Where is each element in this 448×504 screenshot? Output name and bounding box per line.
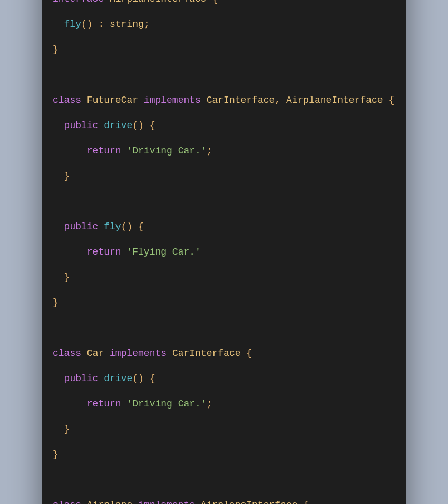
code-line: } xyxy=(53,170,395,182)
space xyxy=(81,500,87,505)
brace-close: } xyxy=(53,297,59,308)
kw-public: public xyxy=(64,221,99,232)
kw-implements: implements xyxy=(144,95,201,105)
code-line: public drive() { xyxy=(53,119,395,132)
indent xyxy=(53,146,87,156)
space xyxy=(298,500,304,505)
page-background: interface CarInterface { drive() : strin… xyxy=(0,0,448,504)
type-AirplaneInterface: AirplaneInterface xyxy=(286,95,383,105)
string-literal: 'Driving Car.' xyxy=(126,399,206,409)
space xyxy=(144,120,150,131)
semicolon: ; xyxy=(207,146,212,156)
editor-window: interface CarInterface { drive() : strin… xyxy=(42,0,406,504)
code-line: class Airplane implements AirplaneInterf… xyxy=(53,499,395,505)
space xyxy=(241,348,247,358)
space xyxy=(104,0,110,4)
brace-close: } xyxy=(64,424,70,434)
code-line: fly() : string; xyxy=(53,18,395,31)
code-line: interface AirplaneInterface { xyxy=(53,0,395,5)
method-drive: drive xyxy=(104,120,132,131)
indent xyxy=(53,221,64,232)
code-block: interface CarInterface { drive() : strin… xyxy=(53,0,395,504)
kw-implements: implements xyxy=(138,500,195,505)
type-Car: Car xyxy=(87,348,104,358)
code-line xyxy=(53,473,395,486)
code-line xyxy=(53,322,395,334)
code-line: return 'Flying Car.' xyxy=(53,246,395,258)
paren-open: ( xyxy=(81,19,87,30)
code-line: } xyxy=(53,448,395,461)
indent xyxy=(53,272,64,283)
brace-open: { xyxy=(212,0,218,4)
type-AirplaneInterface: AirplaneInterface xyxy=(110,0,207,4)
brace-open: { xyxy=(388,95,394,105)
code-line: return 'Driving Car.'; xyxy=(53,144,395,157)
kw-return: return xyxy=(87,247,121,257)
space xyxy=(138,95,144,105)
indent xyxy=(53,424,64,434)
brace-open: { xyxy=(303,500,309,505)
brace-close: } xyxy=(64,171,70,181)
code-line: } xyxy=(53,423,395,435)
space xyxy=(98,373,104,384)
space xyxy=(280,95,286,105)
paren-close: ) xyxy=(87,19,93,30)
brace-open: { xyxy=(150,373,155,384)
brace-close: } xyxy=(53,44,59,55)
brace-open: { xyxy=(138,221,144,232)
code-line: class Car implements CarInterface { xyxy=(53,347,395,360)
space xyxy=(201,95,207,105)
comma: , xyxy=(275,95,280,105)
code-line: class FutureCar implements CarInterface,… xyxy=(53,94,395,106)
space xyxy=(132,500,138,505)
indent xyxy=(53,120,64,131)
space xyxy=(104,348,110,358)
kw-public: public xyxy=(64,373,99,384)
kw-return: return xyxy=(87,399,121,409)
indent xyxy=(53,399,87,409)
semicolon: ; xyxy=(144,19,150,30)
space xyxy=(104,19,110,30)
type-string: string xyxy=(110,19,144,30)
space xyxy=(121,399,127,409)
paren-open: ( xyxy=(132,373,138,384)
code-line: } xyxy=(53,43,395,56)
space xyxy=(81,348,87,358)
paren-close: ) xyxy=(138,373,144,384)
semicolon: ; xyxy=(207,399,212,409)
type-CarInterface: CarInterface xyxy=(207,95,275,105)
space xyxy=(121,247,127,257)
paren-open: ( xyxy=(132,120,138,131)
space xyxy=(167,348,172,358)
code-line: } xyxy=(53,271,395,284)
kw-class: class xyxy=(53,500,81,505)
indent xyxy=(53,247,87,257)
space xyxy=(121,146,127,156)
kw-class: class xyxy=(53,348,81,358)
code-line: return 'Driving Car.'; xyxy=(53,398,395,410)
code-line xyxy=(53,195,395,208)
paren-open: ( xyxy=(121,221,127,232)
brace-close: } xyxy=(64,272,70,283)
code-line: public drive() { xyxy=(53,372,395,385)
space xyxy=(132,221,138,232)
method-fly: fly xyxy=(64,19,81,30)
kw-interface: interface xyxy=(53,0,104,4)
string-literal: 'Driving Car.' xyxy=(126,146,206,156)
method-fly: fly xyxy=(104,221,121,232)
kw-implements: implements xyxy=(110,348,167,358)
space xyxy=(207,0,212,4)
brace-close: } xyxy=(53,449,59,460)
space xyxy=(98,120,104,131)
kw-public: public xyxy=(64,120,99,131)
brace-open: { xyxy=(150,120,155,131)
indent xyxy=(53,19,64,30)
method-drive: drive xyxy=(104,373,132,384)
kw-return: return xyxy=(87,146,121,156)
indent xyxy=(53,373,64,384)
colon: : xyxy=(98,19,104,30)
space xyxy=(98,221,104,232)
type-AirplaneInterface: AirplaneInterface xyxy=(201,500,298,505)
code-line: } xyxy=(53,296,395,309)
space xyxy=(383,95,389,105)
